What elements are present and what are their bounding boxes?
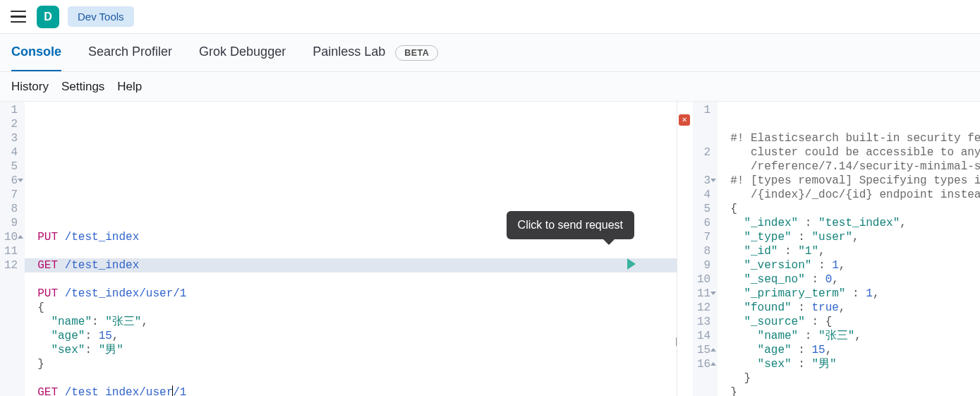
tab-painless-lab[interactable]: Painless Lab [313, 34, 385, 71]
beta-badge: BETA [395, 45, 438, 61]
hamburger-icon[interactable] [8, 7, 28, 27]
wrench-icon[interactable] [643, 258, 655, 271]
request-editor[interactable]: Click to send request PUT /test_index GE… [25, 102, 677, 396]
console-toolbar: History Settings Help [0, 72, 980, 102]
editor-panes: 1 2 3 4 5 6 7 8 9101112 Click to send re… [0, 102, 980, 396]
request-pane: 1 2 3 4 5 6 7 8 9101112 Click to send re… [0, 102, 677, 396]
response-gutter: 1 2 3 4 5 6 7 8 910111213141516 [693, 102, 718, 396]
settings-link[interactable]: Settings [61, 80, 104, 94]
app-logo[interactable]: D [37, 6, 59, 28]
response-editor[interactable]: #! Elasticsearch built-in security fe cl… [718, 102, 980, 396]
response-error-margin: ✕ [677, 102, 693, 396]
tab-search-profiler[interactable]: Search Profiler [88, 34, 172, 71]
tab-grok-debugger[interactable]: Grok Debugger [199, 34, 286, 71]
request-gutter: 1 2 3 4 5 6 7 8 9101112 [0, 102, 25, 396]
send-request-tooltip: Click to send request [507, 211, 634, 239]
response-pane: ✕ 1 2 3 4 5 6 7 8 910111213141516 #! Ela… [677, 102, 980, 396]
history-link[interactable]: History [11, 80, 49, 94]
top-header: D Dev Tools [0, 0, 980, 34]
help-link[interactable]: Help [117, 80, 142, 94]
request-line-actions [626, 258, 655, 271]
tab-console[interactable]: Console [11, 34, 61, 71]
tab-strip: Console Search Profiler Grok Debugger Pa… [0, 34, 980, 72]
breadcrumb-devtools[interactable]: Dev Tools [68, 6, 134, 27]
error-icon[interactable]: ✕ [679, 114, 690, 126]
play-icon[interactable] [626, 258, 637, 270]
